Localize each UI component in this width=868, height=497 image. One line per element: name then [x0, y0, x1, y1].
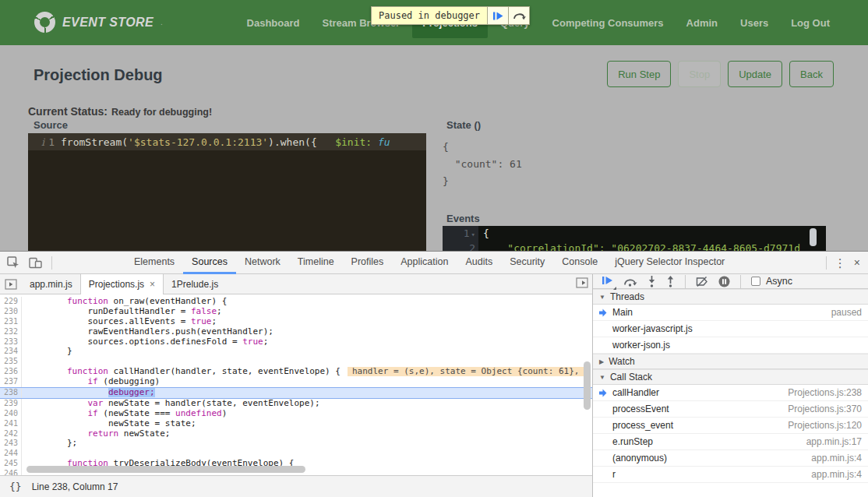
- call-stack-frame[interactable]: callHandlerProjections.js:238: [593, 385, 868, 401]
- call-stack-frame[interactable]: e.runStepapp.min.js:17: [593, 434, 868, 450]
- code-token: [26, 367, 67, 376]
- device-toolbar-icon[interactable]: [29, 257, 42, 269]
- call-stack-frame[interactable]: process_eventProjections.js:120: [593, 418, 868, 434]
- watch-section-header[interactable]: ▶Watch: [593, 354, 868, 369]
- line-number-gutter[interactable]: 241: [0, 419, 22, 429]
- code-line-237[interactable]: 237 if (debugging): [0, 377, 592, 387]
- nav-item-admin[interactable]: Admin: [676, 8, 728, 38]
- file-tab-close-icon[interactable]: ×: [150, 279, 155, 290]
- code-line-233[interactable]: 233 sources.options.definesFold = true;: [0, 337, 592, 347]
- line-number-gutter[interactable]: 236: [0, 367, 22, 377]
- code-editor[interactable]: 229 function on_raw(eventHandler) {230 r…: [0, 294, 592, 475]
- thread-row-worker-javascript-js[interactable]: worker-javascript.js: [593, 321, 868, 337]
- line-number-gutter[interactable]: 231: [0, 317, 22, 327]
- call-stack-frame[interactable]: rapp.min.js:4: [593, 467, 868, 483]
- code-line-234[interactable]: 234 }: [0, 347, 592, 357]
- stop-button[interactable]: Stop: [678, 61, 721, 87]
- events-editor[interactable]: 1▾{2 "correlationId": "06202702-8837-446…: [443, 226, 826, 251]
- pretty-print-icon[interactable]: {}: [9, 481, 22, 492]
- code-line-236[interactable]: 236 function callHandler(handler, state,…: [0, 367, 592, 377]
- thread-row-worker-json-js[interactable]: worker-json.js: [593, 337, 868, 354]
- back-button[interactable]: Back: [789, 61, 834, 87]
- line-number-gutter[interactable]: 245: [0, 459, 22, 469]
- call-stack-frame[interactable]: [593, 483, 868, 497]
- nav-item-users[interactable]: Users: [730, 8, 778, 38]
- step-into-icon[interactable]: [647, 276, 656, 287]
- devtools-tab-profiles[interactable]: Profiles: [343, 252, 393, 274]
- nav-item-dashboard[interactable]: Dashboard: [237, 8, 310, 38]
- code-line-232[interactable]: 232 rawEventHandlers.push(eventHandler);: [0, 327, 592, 337]
- run-step-button[interactable]: Run Step: [607, 61, 671, 87]
- fold-caret-icon[interactable]: ▾: [471, 231, 475, 238]
- resume-button[interactable]: [602, 274, 613, 288]
- code-line-240[interactable]: 240 if (newState === undefined): [0, 409, 592, 419]
- code-line-229[interactable]: 229 function on_raw(eventHandler) {: [0, 297, 592, 307]
- show-navigator-icon[interactable]: [0, 274, 22, 294]
- vertical-scrollbar-thumb[interactable]: [584, 361, 591, 410]
- devtools-tab-application[interactable]: Application: [392, 252, 457, 274]
- nav-item-competing-consumers[interactable]: Competing Consumers: [542, 8, 674, 38]
- show-drawer-icon[interactable]: [576, 277, 588, 291]
- code-line-239[interactable]: 239 var newState = handler(state, eventE…: [0, 399, 592, 409]
- thread-row-main[interactable]: Mainpaused: [593, 305, 868, 321]
- code-line-243[interactable]: 243 };: [0, 439, 592, 449]
- code-line-231[interactable]: 231 sources.allEvents = true;: [0, 317, 592, 327]
- line-number-gutter[interactable]: 230: [0, 307, 22, 317]
- line-number-gutter[interactable]: 239: [0, 399, 22, 409]
- line-number-gutter[interactable]: 229: [0, 297, 22, 307]
- code-line-text: if (debugging): [22, 377, 592, 387]
- line-number-gutter[interactable]: 238: [0, 388, 22, 398]
- file-tab-app.min.js[interactable]: app.min.js: [22, 274, 80, 294]
- devtools-menu-icon[interactable]: ⋮: [834, 257, 846, 269]
- source-gutter[interactable]: i1: [28, 136, 61, 148]
- devtools-tab-elements[interactable]: Elements: [125, 252, 183, 274]
- line-number-gutter[interactable]: 232: [0, 327, 22, 337]
- line-number-gutter[interactable]: 244: [0, 449, 22, 459]
- code-line-241[interactable]: 241 newState = state;: [0, 419, 592, 429]
- update-button[interactable]: Update: [728, 61, 782, 87]
- line-number-gutter[interactable]: 243: [0, 439, 22, 449]
- pause-on-exceptions-icon[interactable]: [718, 276, 730, 287]
- devtools-tab-sources[interactable]: Sources: [183, 252, 236, 274]
- controls-separator: [685, 275, 686, 288]
- devtools-tab-network[interactable]: Network: [236, 252, 289, 274]
- frame-function-name: processEvent: [612, 404, 669, 414]
- horizontal-scrollbar-thumb[interactable]: [26, 466, 305, 473]
- devtools-tab-timeline[interactable]: Timeline: [289, 252, 343, 274]
- file-tab-projections.js[interactable]: Projections.js×: [80, 274, 164, 294]
- devtools-tab-audits[interactable]: Audits: [457, 252, 501, 274]
- threads-section-header[interactable]: ▼Threads: [593, 289, 868, 305]
- devtools-tab-security[interactable]: Security: [501, 252, 553, 274]
- inspect-element-icon[interactable]: [7, 256, 19, 269]
- async-checkbox[interactable]: [751, 277, 760, 286]
- line-number-gutter[interactable]: 246: [0, 469, 22, 475]
- step-out-icon[interactable]: [666, 276, 675, 287]
- line-number-gutter[interactable]: 235: [0, 357, 22, 367]
- code-line-230[interactable]: 230 runDefaultHandler = false;: [0, 307, 592, 317]
- code-line-242[interactable]: 242 return newState;: [0, 429, 592, 439]
- line-number-gutter[interactable]: 240: [0, 409, 22, 419]
- call-stack-frame[interactable]: processEventProjections.js:370: [593, 401, 868, 418]
- source-code-editor[interactable]: i1 fromStream('$stats-127.0.0.1:2113').w…: [28, 133, 426, 251]
- code-line-244[interactable]: 244: [0, 449, 592, 459]
- banner-resume-button[interactable]: [488, 6, 509, 25]
- devtools-close-icon[interactable]: ×: [854, 257, 860, 268]
- call-stack-frame[interactable]: (anonymous)app.min.js:4: [593, 450, 868, 467]
- nav-item-log-out[interactable]: Log Out: [781, 8, 840, 38]
- line-number-gutter[interactable]: 237: [0, 377, 22, 387]
- devtools-tab-console[interactable]: Console: [553, 252, 606, 274]
- code-line-235[interactable]: 235: [0, 357, 592, 367]
- line-number-gutter[interactable]: 234: [0, 347, 22, 357]
- file-tab-1prelude.js[interactable]: 1Prelude.js: [164, 274, 226, 294]
- devtools-tab-jquery-selector-inspector[interactable]: jQuery Selector Inspector: [606, 252, 733, 274]
- events-scrollbar-thumb[interactable]: [810, 228, 817, 246]
- call-stack-section-header[interactable]: ▼Call Stack: [593, 369, 868, 385]
- brand[interactable]: EVENT STORE .: [34, 12, 163, 33]
- step-over-icon[interactable]: [623, 277, 637, 287]
- line-number-gutter[interactable]: 242: [0, 429, 22, 439]
- banner-step-over-button[interactable]: [509, 6, 530, 25]
- deactivate-breakpoints-icon[interactable]: [696, 277, 708, 287]
- line-number-gutter[interactable]: 233: [0, 337, 22, 347]
- events-heading: Events: [446, 213, 480, 224]
- code-line-238[interactable]: 238 debugger;: [0, 387, 592, 399]
